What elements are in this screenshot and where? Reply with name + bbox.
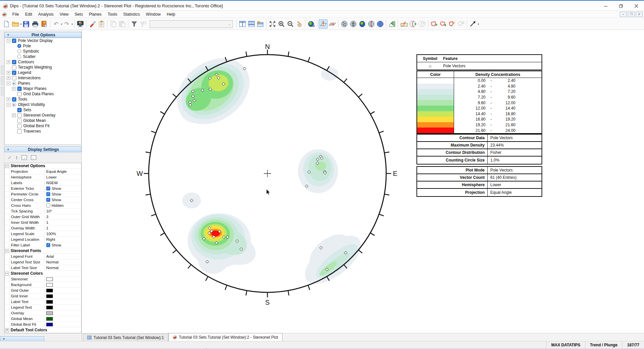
prop-value[interactable]: Right	[45, 237, 81, 241]
prop-group-stereonet-options[interactable]: −Stereonet Options	[5, 163, 81, 169]
contour-plot-button[interactable]	[358, 19, 367, 29]
checkbox-icon[interactable]: ✓	[12, 39, 16, 43]
tree-item-terzaghi-weighting[interactable]: Terzaghi Weighting	[5, 65, 81, 70]
paste-button[interactable]	[118, 19, 127, 29]
tree-item-pole-vector-display[interactable]: −✓Pole Vector Display	[5, 38, 81, 43]
prop-row-stereonet[interactable]: Stereonet	[5, 276, 81, 282]
apply-check-icon[interactable]: ✓	[8, 155, 12, 161]
prop-group-stereonet-fonts[interactable]: −Stereonet Fonts	[5, 248, 81, 254]
color-swatch[interactable]	[46, 317, 53, 321]
prop-value[interactable]: ✓Show	[45, 192, 81, 196]
group-expander-icon[interactable]: −	[5, 164, 9, 168]
value-checkbox-icon[interactable]: ✓	[46, 198, 50, 202]
kinematic-analysis-button[interactable]	[400, 19, 408, 29]
menu-window[interactable]: Window	[143, 11, 164, 17]
pan-button[interactable]	[295, 19, 304, 29]
checkbox-icon[interactable]: ✓	[12, 71, 16, 75]
edit-properties-button[interactable]	[97, 19, 106, 29]
display-settings-header[interactable]: ▼ Display Settings	[4, 147, 81, 152]
prop-row-legend-text-size[interactable]: Legend Text SizeNormal	[5, 259, 81, 265]
tree-item-symbolic[interactable]: Symbolic	[5, 49, 81, 54]
checkbox-icon[interactable]	[17, 119, 22, 123]
prop-row-global-mean[interactable]: Global Mean	[5, 316, 81, 322]
filter-button[interactable]	[130, 19, 139, 29]
tree-item-intersections[interactable]: +Intersections	[5, 75, 81, 81]
checkbox-icon[interactable]: ✓	[17, 87, 22, 91]
set-wizard-button[interactable]	[447, 19, 456, 29]
save-button[interactable]	[22, 19, 31, 29]
prop-value[interactable]: ✓Show	[45, 243, 81, 247]
prop-value[interactable]	[45, 289, 81, 292]
color-swatch[interactable]	[46, 294, 53, 298]
color-swatch[interactable]	[46, 283, 53, 287]
filter-report-button[interactable]	[139, 19, 148, 29]
checkbox-icon[interactable]: ✓	[12, 97, 16, 102]
menu-planes[interactable]: Planes	[86, 11, 104, 17]
document-tab[interactable]: Tutorial 03 Sets Tutorial (Set Window):1	[83, 334, 168, 341]
checkbox-icon[interactable]	[12, 76, 16, 80]
expander-icon[interactable]: −	[7, 82, 10, 85]
prop-row-label-text[interactable]: Label Text	[5, 299, 81, 305]
prop-row-outer-grid-width[interactable]: Outer Grid Width3	[5, 214, 81, 220]
value-checkbox-icon[interactable]: ✓	[46, 192, 50, 196]
copy-button[interactable]	[109, 19, 118, 29]
group-expander-icon[interactable]: −	[5, 249, 9, 253]
prop-row-overlay[interactable]: Overlay	[5, 310, 81, 316]
menu-edit[interactable]: Edit	[22, 11, 35, 17]
prop-row-grid-outer[interactable]: Grid Outer	[5, 288, 81, 293]
prop-row-global-best-fit[interactable]: Global Best Fit	[5, 322, 81, 327]
color-swatch[interactable]	[46, 289, 53, 292]
color-swatch[interactable]	[46, 323, 53, 326]
tutorial-book-button[interactable]: i	[40, 19, 49, 29]
dip-vector-plot-button[interactable]	[328, 19, 337, 29]
add-set-window-button[interactable]	[429, 19, 438, 29]
checkbox-icon[interactable]: ✓	[12, 60, 16, 64]
prop-row-inner-grid-width[interactable]: Inner Grid Width1	[5, 220, 81, 225]
scatter-plot-button[interactable]	[340, 19, 349, 29]
new-file-button[interactable]	[2, 19, 11, 29]
group-arrow-icon[interactable]: ▶	[12, 81, 16, 86]
prop-row-grid-inner[interactable]: Grid Inner	[5, 293, 81, 299]
redo-button[interactable]: ↷	[62, 19, 71, 29]
checkbox-icon[interactable]	[17, 92, 22, 96]
collapsed-panel-header[interactable]: ▼	[0, 336, 44, 341]
value-checkbox-icon[interactable]: ✓	[46, 186, 50, 190]
print-button[interactable]	[31, 19, 40, 29]
zoom-out-button[interactable]	[286, 19, 295, 29]
color-swatch[interactable]	[46, 300, 53, 304]
checkbox-icon[interactable]	[12, 65, 16, 70]
prop-value[interactable]: Equal Angle	[45, 170, 81, 174]
value-checkbox-icon[interactable]: ✓	[46, 243, 50, 247]
prop-value[interactable]	[45, 317, 81, 321]
prop-value[interactable]: Normal	[45, 260, 81, 264]
tree-item-global-mean[interactable]: Global Mean	[5, 118, 81, 123]
prop-value[interactable]	[45, 323, 81, 326]
open-file-button[interactable]	[11, 19, 20, 29]
prop-row-legend-location[interactable]: Legend LocationRight	[5, 237, 81, 242]
menu-tools[interactable]: Tools	[104, 11, 120, 17]
prop-value[interactable]: 10°	[45, 209, 81, 213]
prop-value[interactable]	[45, 300, 81, 304]
document-tab[interactable]: Tutorial 03 Sets Tutorial (Set Window):2…	[168, 333, 282, 341]
select-tool-button[interactable]	[468, 19, 477, 29]
filter-combo[interactable]: ⌄	[150, 20, 233, 28]
redo-dropdown-caret[interactable]: ▾	[72, 23, 73, 26]
mdi-restore-button[interactable]: ❐	[628, 12, 635, 17]
defaults-exclamation-icon[interactable]: !	[16, 155, 18, 161]
expander-icon[interactable]: +	[7, 60, 10, 64]
menu-help[interactable]: Help	[164, 11, 178, 17]
prop-group-default-tool-colors[interactable]: +Default Tool Colors	[5, 327, 81, 333]
group-arrow-icon[interactable]: ▶	[12, 103, 16, 107]
expander-icon[interactable]: +	[12, 87, 16, 91]
tree-item-sets[interactable]: ✓Sets	[5, 107, 81, 113]
expander-icon[interactable]: +	[7, 98, 10, 101]
restore-button[interactable]	[613, 1, 629, 10]
prop-row-cross-hairs[interactable]: Cross HairsHidden	[5, 203, 81, 208]
checkbox-icon[interactable]	[17, 113, 22, 118]
prop-value[interactable]: 3	[45, 215, 81, 219]
prop-row-overlay-width[interactable]: Overlay Width1	[5, 225, 81, 231]
mdi-close-button[interactable]: ✕	[636, 12, 643, 17]
color-swatch[interactable]	[46, 306, 53, 309]
tree-item-global-best-fit[interactable]: Global Best Fit	[5, 123, 81, 129]
expander-icon[interactable]: −	[7, 103, 10, 107]
